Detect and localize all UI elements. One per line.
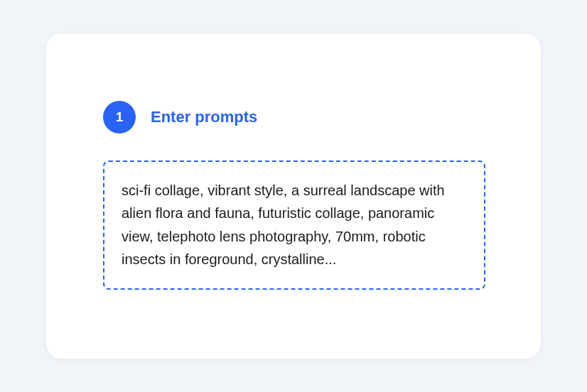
prompt-input-box[interactable]: sci-fi collage, vibrant style, a surreal… <box>103 160 485 290</box>
step-badge: 1 <box>103 101 136 134</box>
prompt-text: sci-fi collage, vibrant style, a surreal… <box>122 179 467 271</box>
step-number: 1 <box>116 109 124 125</box>
step-header: 1 Enter prompts <box>103 101 484 134</box>
prompt-card: 1 Enter prompts sci-fi collage, vibrant … <box>46 33 541 359</box>
step-title: Enter prompts <box>151 108 257 126</box>
